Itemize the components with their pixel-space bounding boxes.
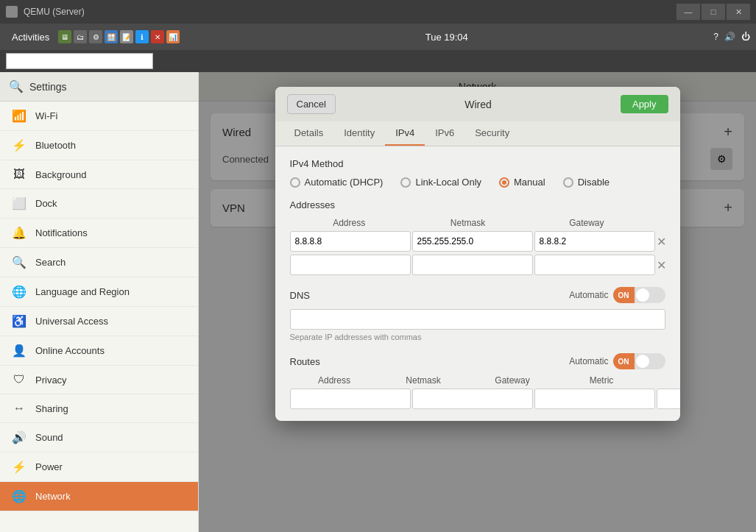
sidebar-item-dock[interactable]: ⬜ Dock [0, 189, 198, 219]
radio-manual-circle [499, 177, 509, 188]
route-col-netmask: Netmask [379, 375, 468, 386]
dns-label: DNS [290, 290, 310, 301]
activities-button[interactable]: Activities [6, 29, 55, 46]
modal-cancel-button[interactable]: Cancel [287, 94, 336, 114]
radio-disable[interactable]: Disable [563, 177, 610, 188]
tb-icon-4[interactable]: 🪟 [105, 30, 118, 43]
modal-overlay: Cancel Wired Apply Details Identity IPv4… [199, 72, 756, 532]
modal-apply-button[interactable]: Apply [621, 95, 668, 113]
addr-row1-gateway[interactable] [534, 231, 655, 252]
route-row1-gateway[interactable] [534, 389, 655, 409]
route-col-metric: Metric [557, 375, 646, 386]
addr-col-netmask: Netmask [409, 218, 527, 228]
sidebar-item-language[interactable]: 🌐 Language and Region [0, 277, 198, 307]
maximize-button[interactable]: □ [702, 4, 725, 20]
addr-row2-address[interactable] [290, 255, 411, 275]
route-row-1: ✕ [290, 389, 665, 409]
addresses-header: Address Netmask Gateway [290, 218, 665, 228]
route-row1-address[interactable] [290, 389, 411, 409]
window-controls: — □ ✕ [676, 4, 750, 20]
routes-toggle-on: ON [613, 353, 635, 369]
radio-manual[interactable]: Manual [499, 177, 545, 188]
sidebar-item-power[interactable]: ⚡ Power [0, 453, 198, 482]
addr-col-address: Address [290, 218, 409, 228]
route-row1-netmask[interactable] [412, 389, 533, 409]
tb-icon-6[interactable]: ℹ [135, 30, 149, 43]
addr-row2-remove[interactable]: ✕ [657, 256, 666, 274]
close-button[interactable]: ✕ [727, 4, 750, 20]
radio-dhcp-circle [290, 177, 300, 188]
tab-ipv6[interactable]: IPv6 [425, 121, 464, 146]
sidebar-item-online-accounts[interactable]: 👤 Online Accounts [0, 336, 198, 366]
addr-row2-gateway[interactable] [534, 255, 655, 275]
address-input[interactable] [6, 53, 153, 69]
search-icon: 🔍 [12, 255, 27, 269]
sidebar-item-background[interactable]: 🖼 Background [0, 160, 198, 189]
sidebar-item-universal-access[interactable]: ♿ Universal Access [0, 307, 198, 336]
tab-security[interactable]: Security [464, 121, 520, 146]
taskbar-icon-help[interactable]: ? [713, 32, 718, 42]
sidebar-item-search[interactable]: 🔍 Search [0, 248, 198, 277]
tb-icon-1[interactable]: 🖥 [58, 30, 71, 43]
tb-icon-5[interactable]: 📝 [120, 30, 133, 43]
dns-toggle-switch[interactable]: ON [613, 287, 665, 303]
sidebar-item-network[interactable]: 🌐 Network [0, 482, 198, 511]
ipv4-method-label: IPv4 Method [290, 158, 665, 169]
address-bar-row [0, 50, 756, 72]
tab-identity[interactable]: Identity [333, 121, 385, 146]
routes-toggle-switch[interactable]: ON [613, 353, 665, 369]
background-icon: 🖼 [12, 168, 27, 181]
dock-icon: ⬜ [12, 196, 27, 210]
radio-link-local[interactable]: Link-Local Only [400, 177, 481, 188]
addr-row-2: ✕ [290, 255, 665, 275]
settings-search-icon[interactable]: 🔍 [9, 79, 24, 93]
settings-header-title: Settings [29, 81, 67, 93]
right-panel: Network Wired + Connected ON ⚙ [199, 72, 756, 532]
addr-row2-netmask[interactable] [412, 255, 533, 275]
main-content: 🔍 Settings 📶 Wi-Fi ⚡ Bluetooth 🖼 Backgro… [0, 72, 756, 532]
addr-row1-remove[interactable]: ✕ [657, 233, 666, 250]
tb-icon-3[interactable]: ⚙ [89, 30, 102, 43]
modal-tabs: Details Identity IPv4 IPv6 Security [275, 121, 680, 146]
addr-row1-netmask[interactable] [412, 231, 533, 252]
sidebar-item-bluetooth[interactable]: ⚡ Bluetooth [0, 131, 198, 160]
window-titlebar: QEMU (Server) — □ ✕ [0, 0, 756, 24]
online-accounts-icon: 👤 [12, 344, 27, 358]
dns-toggle-on: ON [613, 287, 635, 303]
tb-icon-7[interactable]: ✕ [151, 30, 164, 43]
network-icon: 🌐 [12, 489, 27, 503]
sidebar-item-privacy[interactable]: 🛡 Privacy [0, 366, 198, 394]
settings-sidebar: 🔍 Settings 📶 Wi-Fi ⚡ Bluetooth 🖼 Backgro… [0, 72, 199, 532]
dns-input[interactable] [290, 309, 665, 330]
addresses-section: Addresses Address Netmask Gateway [290, 199, 665, 275]
dns-hint: Separate IP addresses with commas [290, 333, 665, 341]
addr-row1-address[interactable] [290, 231, 411, 252]
routes-cols: Address Netmask Gateway Metric [290, 375, 665, 386]
route-col-address: Address [290, 375, 379, 386]
minimize-button[interactable]: — [676, 4, 700, 20]
tab-ipv4[interactable]: IPv4 [385, 121, 425, 146]
notifications-icon: 🔔 [12, 226, 27, 240]
route-row1-metric[interactable] [657, 389, 680, 409]
wired-modal: Cancel Wired Apply Details Identity IPv4… [275, 87, 680, 421]
sidebar-item-sharing[interactable]: ↔ Sharing [0, 394, 198, 423]
dns-auto: Automatic ON [569, 287, 665, 303]
sidebar-item-notifications[interactable]: 🔔 Notifications [0, 219, 198, 248]
dns-toggle-off [651, 287, 665, 303]
routes-auto: Automatic ON [569, 353, 665, 369]
addresses-label: Addresses [290, 199, 665, 210]
window-title: QEMU (Server) [24, 7, 671, 17]
power-icon: ⚡ [12, 460, 27, 474]
tb-icon-2[interactable]: 🗂 [74, 30, 87, 43]
radio-link-local-circle [400, 177, 411, 188]
taskbar-icon-sound[interactable]: 🔊 [724, 32, 735, 42]
taskbar: Activities 🖥 🗂 ⚙ 🪟 📝 ℹ ✕ 📊 Tue 19:04 ? 🔊… [0, 24, 756, 50]
settings-header: 🔍 Settings [0, 72, 198, 102]
sidebar-item-sound[interactable]: 🔊 Sound [0, 423, 198, 453]
bluetooth-icon: ⚡ [12, 138, 27, 152]
sidebar-item-wifi[interactable]: 📶 Wi-Fi [0, 102, 198, 131]
tab-details[interactable]: Details [284, 121, 334, 146]
tb-icon-8[interactable]: 📊 [166, 30, 180, 43]
radio-dhcp[interactable]: Automatic (DHCP) [290, 177, 384, 188]
taskbar-icon-power[interactable]: ⏻ [741, 32, 750, 42]
